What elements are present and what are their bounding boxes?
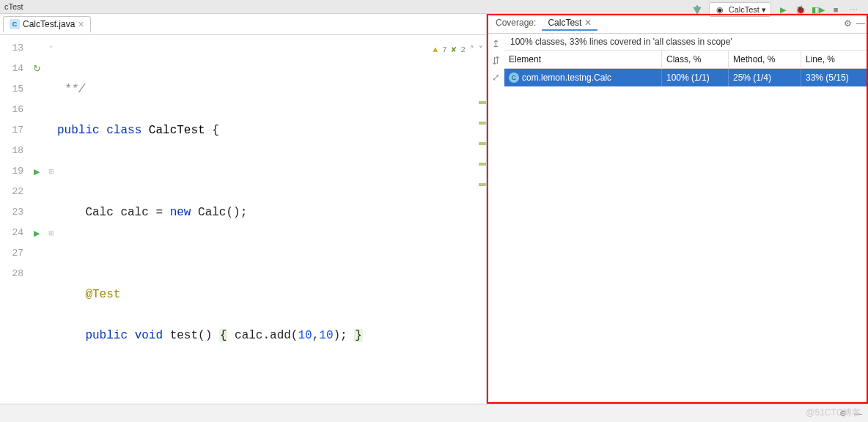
table-row[interactable]: Ccom.lemon.testng.Calc 100% (1/1) 25% (1… (504, 69, 868, 86)
coverage-tab-calctest[interactable]: CalcTest ✕ (542, 16, 597, 31)
coverage-header: Coverage: CalcTest ✕ ⚙ — (487, 14, 868, 34)
col-element[interactable]: Element (504, 51, 662, 68)
gear-icon[interactable]: ⚙ (844, 18, 852, 29)
coverage-pane: Coverage: CalcTest ✕ ⚙ — ↥ ⇵ ⤢ 100% clas… (487, 14, 868, 404)
editor-tab-label: CalcTest.java (23, 19, 75, 29)
col-class[interactable]: Class, % (662, 51, 729, 68)
chevron-down-icon[interactable]: ˅ (479, 40, 483, 60)
main-split: C CalcTest.java ✕ 131415 161718 192223 2… (0, 14, 868, 404)
line-numbers: 131415 161718 192223 242728 (0, 35, 28, 404)
editor-body: 131415 161718 192223 242728 ↻ ▶ ▶ ⌃ ⊞ (0, 35, 486, 404)
recompile-icon[interactable]: ↻ (33, 59, 41, 79)
coverage-marker (479, 142, 486, 145)
editor-tab-calctest[interactable]: C CalcTest.java ✕ (3, 16, 91, 33)
typo-icon: ✘ (452, 40, 457, 60)
coverage-table: 100% classes, 33% lines covered in 'all … (504, 34, 868, 404)
editor-tabs: C CalcTest.java ✕ (0, 14, 486, 35)
java-class-icon: C (10, 19, 20, 29)
app-root: cTest ◉ CalcTest ▾ ▶ 🐞 ◧▶ ■ ⋯ C CalcTest… (0, 0, 868, 422)
run-config-label: CalcTest ▾ (729, 5, 766, 15)
coverage-marker (479, 122, 486, 125)
inspection-summary[interactable]: ▲7 ✘2 ˄ ˅ (433, 40, 483, 60)
filter-icon[interactable]: ⤢ (492, 72, 500, 83)
gutter-icons: ↻ ▶ ▶ (28, 35, 45, 404)
run-test-icon[interactable]: ▶ (34, 223, 40, 243)
close-icon[interactable]: ✕ (78, 20, 84, 29)
title-bar: cTest ◉ CalcTest ▾ ▶ 🐞 ◧▶ ■ ⋯ (0, 0, 868, 14)
up-level-icon[interactable]: ↥ (492, 38, 500, 49)
coverage-marker (479, 101, 486, 104)
table-header: Element Class, % Method, % Line, % (504, 51, 868, 69)
flatten-icon[interactable]: ⇵ (492, 55, 500, 66)
warning-icon: ▲ (433, 40, 438, 60)
coverage-marker (479, 183, 486, 186)
coverage-sidebar: ↥ ⇵ ⤢ (487, 34, 504, 404)
coverage-title: Coverage: (490, 16, 542, 31)
status-bar: ⚙ — (0, 404, 868, 422)
minimize-icon[interactable]: — (856, 18, 865, 29)
code-area[interactable]: ▲7 ✘2 ˄ ˅ **/ public class CalcTest { Ca… (57, 35, 486, 404)
coverage-body: ↥ ⇵ ⤢ 100% classes, 33% lines covered in… (487, 34, 868, 404)
run-test-icon[interactable]: ▶ (34, 161, 40, 182)
watermark: @51CTO博客 (806, 407, 861, 419)
fold-up-icon[interactable]: ⌃ (45, 38, 57, 59)
class-icon: C (509, 73, 519, 83)
col-line[interactable]: Line, % (801, 51, 868, 68)
chevron-up-icon[interactable]: ˄ (470, 40, 474, 60)
col-method[interactable]: Method, % (729, 51, 801, 68)
editor-pane: C CalcTest.java ✕ 131415 161718 192223 2… (0, 14, 487, 404)
fold-toggle-icon[interactable]: ⊞ (45, 161, 57, 182)
close-icon[interactable]: ✕ (584, 18, 592, 28)
coverage-marker (479, 163, 486, 166)
fold-toggle-icon[interactable]: ⊞ (45, 223, 57, 243)
coverage-summary: 100% classes, 33% lines covered in 'all … (504, 34, 868, 51)
coverage-tools: ⚙ — (844, 18, 865, 29)
fold-column: ⌃ ⊞ ⊞ (45, 35, 57, 404)
project-name: cTest (4, 2, 23, 11)
